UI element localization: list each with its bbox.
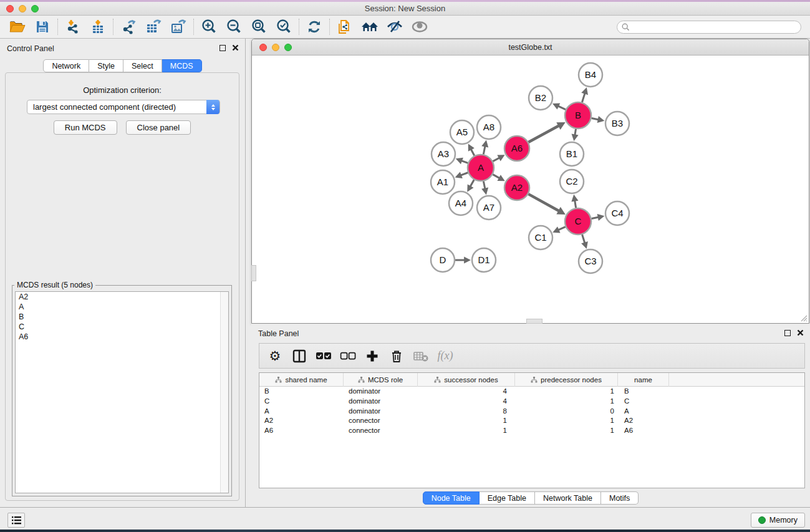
mcds-result-item[interactable]: A2 — [16, 292, 228, 302]
cell-shared_name[interactable]: A2 — [259, 416, 344, 426]
tab-mcds[interactable]: MCDS — [162, 59, 202, 72]
table-row-a[interactable]: Adominator80A — [259, 407, 804, 417]
table-tab-motifs[interactable]: Motifs — [601, 491, 639, 505]
table-settings-button[interactable]: ⚙ — [266, 347, 284, 365]
cell-predecessor_nodes[interactable]: 1 — [515, 426, 618, 436]
unselect-all-columns-button[interactable] — [339, 347, 357, 365]
node-table[interactable]: shared nameMCDS rolesuccessor nodesprede… — [259, 372, 805, 488]
cell-mcds_role[interactable]: dominator — [344, 387, 418, 397]
cell-name[interactable]: A — [618, 407, 669, 417]
tab-network[interactable]: Network — [43, 59, 89, 72]
cell-name[interactable]: C — [618, 397, 669, 407]
close-panel-icon[interactable] — [232, 44, 239, 51]
network-canvas[interactable]: B4B2BB3A8A5A6A3B1AA1C2A2A4A7C4CC1C3DD1 — [252, 56, 809, 323]
edge-A-A2[interactable] — [493, 175, 500, 178]
function-builder-button[interactable]: f(x) — [436, 347, 455, 365]
table-row-a6[interactable]: A6connector11A6 — [259, 426, 804, 436]
zoom-in-button[interactable] — [196, 17, 221, 36]
column-header-predecessor-nodes[interactable]: predecessor nodes — [515, 373, 618, 387]
cell-mcds_role[interactable]: connector — [344, 426, 418, 436]
cell-mcds_role[interactable]: connector — [344, 416, 418, 426]
cell-predecessor_nodes[interactable]: 0 — [515, 407, 618, 417]
table-tab-edge-table[interactable]: Edge Table — [480, 491, 535, 505]
zoom-fit-button[interactable] — [246, 17, 271, 36]
task-history-button[interactable] — [7, 513, 25, 528]
import-table-button[interactable] — [85, 17, 110, 36]
cell-name[interactable]: B — [618, 387, 669, 397]
show-hide-panel-button[interactable] — [407, 17, 432, 36]
open-file-button[interactable] — [5, 17, 30, 36]
tab-style[interactable]: Style — [89, 59, 123, 72]
split-divider-handle-vertical[interactable] — [251, 265, 256, 281]
optimization-criterion-select[interactable]: largest connected component (directed) — [27, 100, 220, 114]
cell-successor_nodes[interactable]: 4 — [418, 397, 515, 407]
edge-C-C3[interactable] — [582, 235, 586, 243]
table-tab-node-table[interactable]: Node Table — [423, 491, 480, 505]
refresh-layout-button[interactable] — [302, 17, 327, 36]
cell-successor_nodes[interactable]: 1 — [418, 426, 515, 436]
cell-shared_name[interactable]: A — [259, 407, 344, 417]
export-table-button[interactable] — [141, 17, 166, 36]
toggle-birds-eye-button[interactable] — [382, 17, 407, 36]
edge-C-C1[interactable] — [557, 227, 565, 230]
table-row-c[interactable]: Cdominator41C — [259, 397, 804, 407]
search-input[interactable] — [617, 21, 801, 34]
close-table-panel-icon[interactable] — [797, 329, 804, 336]
cell-predecessor_nodes[interactable]: 1 — [515, 397, 618, 407]
cell-name[interactable]: A6 — [618, 426, 669, 436]
cell-mcds_role[interactable]: dominator — [344, 397, 418, 407]
export-image-button[interactable] — [166, 17, 191, 36]
export-network-button[interactable] — [116, 17, 141, 36]
cell-successor_nodes[interactable]: 8 — [418, 407, 515, 417]
split-divider-handle-horizontal[interactable] — [526, 319, 542, 324]
home-button[interactable] — [357, 17, 382, 36]
column-header-mcds-role[interactable]: MCDS role — [344, 373, 418, 387]
show-columns-button[interactable] — [290, 347, 309, 365]
table-row-b[interactable]: Bdominator41B — [259, 387, 804, 397]
add-column-button[interactable] — [363, 347, 382, 365]
delete-column-button[interactable] — [387, 347, 406, 365]
edge-A-A4[interactable] — [470, 180, 475, 187]
column-header-successor-nodes[interactable]: successor nodes — [418, 373, 515, 387]
zoom-selected-button[interactable] — [271, 17, 296, 36]
edge-A-A7[interactable] — [483, 181, 485, 190]
mcds-result-item[interactable]: B — [16, 312, 228, 322]
cell-shared_name[interactable]: A6 — [259, 426, 344, 436]
run-mcds-button[interactable]: Run MCDS — [54, 120, 117, 135]
mcds-result-item[interactable]: A — [16, 302, 228, 312]
delete-table-button[interactable] — [412, 347, 430, 365]
save-session-button[interactable] — [30, 17, 55, 36]
network-graph[interactable]: B4B2BB3A8A5A6A3B1AA1C2A2A4A7C4CC1C3DD1 — [252, 56, 809, 323]
cell-name[interactable]: A2 — [618, 416, 669, 426]
mcds-result-item[interactable]: C — [16, 322, 228, 332]
table-tab-network-table[interactable]: Network Table — [535, 491, 601, 505]
column-header-shared-name[interactable]: shared name — [259, 373, 344, 387]
network-window-titlebar[interactable]: testGlobe.txt — [252, 39, 809, 56]
edge-A2-C[interactable] — [528, 194, 559, 211]
mcds-result-item[interactable]: A6 — [16, 332, 228, 342]
mcds-scrollbar[interactable] — [220, 292, 228, 493]
float-table-panel-icon[interactable] — [784, 330, 791, 336]
memory-button[interactable]: Memory — [751, 513, 805, 528]
column-header-name[interactable]: name — [618, 373, 669, 387]
close-panel-button[interactable]: Close panel — [126, 120, 191, 135]
table-row-a2[interactable]: A2connector11A2 — [259, 416, 804, 426]
edge-B-B4[interactable] — [582, 93, 585, 102]
select-all-columns-button[interactable] — [314, 347, 333, 365]
edge-A6-B[interactable] — [528, 125, 559, 142]
zoom-out-button[interactable] — [221, 17, 246, 36]
cell-predecessor_nodes[interactable]: 1 — [515, 416, 618, 426]
resize-grip-icon[interactable] — [799, 313, 808, 322]
edge-B-B2[interactable] — [557, 106, 566, 110]
cell-mcds_role[interactable]: dominator — [344, 407, 418, 417]
import-network-button[interactable] — [60, 17, 85, 36]
cell-predecessor_nodes[interactable]: 1 — [515, 387, 618, 397]
mcds-result-list[interactable]: A2ABCA6 — [15, 291, 229, 493]
cell-successor_nodes[interactable]: 4 — [418, 387, 515, 397]
cell-shared_name[interactable]: C — [259, 397, 344, 407]
float-panel-icon[interactable] — [219, 45, 226, 51]
cell-shared_name[interactable]: B — [259, 387, 344, 397]
edge-A-A8[interactable] — [483, 145, 485, 154]
tab-select[interactable]: Select — [123, 59, 162, 72]
cell-successor_nodes[interactable]: 1 — [418, 416, 515, 426]
